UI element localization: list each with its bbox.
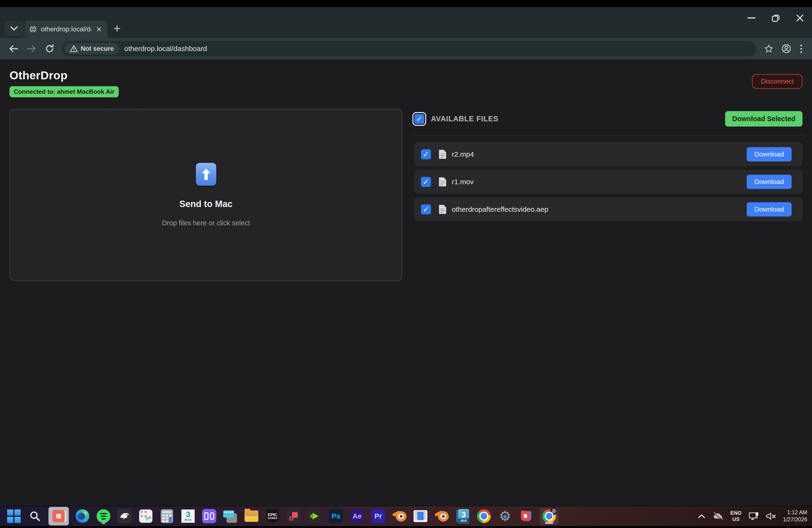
globe-icon xyxy=(29,25,37,33)
tab-close-icon[interactable]: × xyxy=(95,25,103,34)
chrome-icon xyxy=(477,509,491,523)
not-secure-chip[interactable]: Not secure xyxy=(64,43,119,54)
file-name: r2.mp4 xyxy=(452,150,747,158)
taskbar-app-otherdrop[interactable] xyxy=(48,507,69,525)
taskbar-app-pink-squares[interactable] xyxy=(286,508,301,525)
chevron-down-icon xyxy=(11,26,17,31)
url-text[interactable]: otherdrop.local/dashboard xyxy=(125,45,207,53)
after-effects-icon: Ae xyxy=(350,509,364,523)
close-icon xyxy=(796,14,803,21)
taskbar-app-snipping-tool[interactable]: ✂ xyxy=(138,508,154,525)
red-blue-diamond-icon xyxy=(520,510,533,523)
taskbar-app-chrome-profile[interactable] xyxy=(540,508,559,525)
window-controls xyxy=(739,7,812,31)
taskbar-app-photoshop[interactable]: Ps xyxy=(328,508,344,525)
back-button[interactable] xyxy=(6,41,21,57)
available-files-panel: ✓ AVAILABLE FILES Download Selected ✓ r2… xyxy=(414,109,802,281)
keyboard-mouse-icon xyxy=(202,509,216,523)
taskbar-app-otherdrop-3d[interactable] xyxy=(519,508,534,525)
taskbar-app-input-devices[interactable] xyxy=(202,508,217,525)
taskbar-app-blender-2[interactable] xyxy=(434,508,449,525)
browser-tab[interactable]: otherdrop.local/dashboard × xyxy=(25,20,107,38)
file-dropzone[interactable]: Send to Mac Drop files here or click sel… xyxy=(10,109,403,281)
taskbar-pinned-apps: ✂ 3MAX xyxy=(6,506,559,526)
file-explorer-icon xyxy=(245,510,258,522)
taskbar-app-settings[interactable]: ⚙ xyxy=(497,508,512,525)
file-checkbox[interactable]: ✓ xyxy=(421,177,431,187)
onscreen-keyboard-icon xyxy=(223,509,237,523)
bookmark-button[interactable] xyxy=(761,41,777,57)
3dsmax-icon: 3 MAX xyxy=(456,509,469,523)
window-minimize-button[interactable] xyxy=(739,7,764,29)
download-button[interactable]: Download xyxy=(747,175,792,189)
taskbar-app-epic-games[interactable]: EPICGAMES xyxy=(265,508,280,525)
reload-button[interactable] xyxy=(42,41,57,57)
profile-button[interactable] xyxy=(779,41,794,57)
tab-title: otherdrop.local/dashboard xyxy=(41,25,91,33)
document-icon xyxy=(438,177,447,187)
start-button[interactable] xyxy=(6,508,21,525)
file-checkbox[interactable]: ✓ xyxy=(421,149,431,159)
reload-icon xyxy=(45,44,54,53)
disconnect-button[interactable]: Disconnect xyxy=(752,74,802,89)
file-checkbox[interactable]: ✓ xyxy=(421,204,431,215)
eagle-icon xyxy=(117,509,132,523)
back-icon xyxy=(9,45,18,52)
download-button[interactable]: Download xyxy=(747,202,792,217)
tray-clock[interactable]: 1:12 AM 1/27/2026 xyxy=(783,509,807,523)
page-title: OtherDrop xyxy=(10,69,119,82)
running-indicator xyxy=(102,523,105,524)
download-button[interactable]: Download xyxy=(747,147,792,161)
notes-window-icon xyxy=(414,510,427,522)
taskbar-app-premiere[interactable]: Pr xyxy=(371,508,386,525)
taskbar-app-3dsmax[interactable]: 3 MAX xyxy=(455,508,470,525)
screen-bottom-strip xyxy=(0,526,812,528)
taskbar-app-notes[interactable] xyxy=(413,508,428,525)
tray-expand-icon[interactable] xyxy=(698,514,705,518)
file-row: ✓ r2.mp4 Download xyxy=(414,142,802,166)
browser-menu-button[interactable] xyxy=(796,45,806,53)
toolbar-right xyxy=(761,41,806,57)
taskbar-app-file-explorer[interactable] xyxy=(244,508,259,525)
taskbar-app-edge[interactable] xyxy=(75,508,90,525)
taskbar-app-3dsmax-classic[interactable]: 3MAX xyxy=(180,508,195,525)
file-row: ✓ r1.mov Download xyxy=(414,170,802,194)
taskbar-app-blender[interactable] xyxy=(392,508,407,525)
profile-badge-icon xyxy=(550,507,557,514)
address-bar[interactable]: Not secure otherdrop.local/dashboard xyxy=(62,41,756,56)
network-icon[interactable] xyxy=(749,512,759,520)
taskbar-app-calculator[interactable] xyxy=(159,508,174,525)
tab-search-button[interactable] xyxy=(4,21,24,36)
taskbar-search-button[interactable] xyxy=(27,508,43,525)
not-secure-label: Not secure xyxy=(81,45,114,53)
volume-muted-icon[interactable] xyxy=(766,512,776,520)
search-icon xyxy=(30,511,40,522)
document-icon xyxy=(438,149,447,159)
language-indicator[interactable]: ENG US xyxy=(730,510,742,523)
onedrive-offline-icon[interactable] xyxy=(712,512,723,520)
warning-icon xyxy=(70,45,78,52)
snipping-tool-icon: ✂ xyxy=(139,510,153,523)
dropzone-title: Send to Mac xyxy=(179,199,233,209)
select-all-checkbox[interactable]: ✓ xyxy=(414,114,424,124)
new-tab-button[interactable]: + xyxy=(114,22,121,35)
taskbar-app-eagle[interactable] xyxy=(117,508,132,525)
file-name: r1.mov xyxy=(452,178,747,186)
taskbar-app-spotify[interactable] xyxy=(96,508,111,525)
taskbar-app-chrome[interactable] xyxy=(476,508,492,525)
taskbar-app-media-player[interactable] xyxy=(307,508,322,525)
taskbar-app-after-effects[interactable]: Ae xyxy=(349,508,365,525)
calculator-icon xyxy=(161,509,173,523)
tray-time: 1:12 AM xyxy=(783,509,807,516)
taskbar-app-onscreen-keyboard[interactable] xyxy=(223,508,238,525)
photoshop-icon: Ps xyxy=(329,509,343,523)
otherdrop-app-icon xyxy=(53,510,65,522)
download-selected-button[interactable]: Download Selected xyxy=(725,111,802,127)
window-restore-button[interactable] xyxy=(764,7,788,29)
document-icon xyxy=(438,204,447,215)
profile-icon xyxy=(782,44,791,54)
tray-date: 1/27/2026 xyxy=(783,516,807,523)
browser-tab-strip: otherdrop.local/dashboard × + xyxy=(0,7,812,38)
forward-button[interactable] xyxy=(24,41,40,57)
window-close-button[interactable] xyxy=(788,7,812,29)
